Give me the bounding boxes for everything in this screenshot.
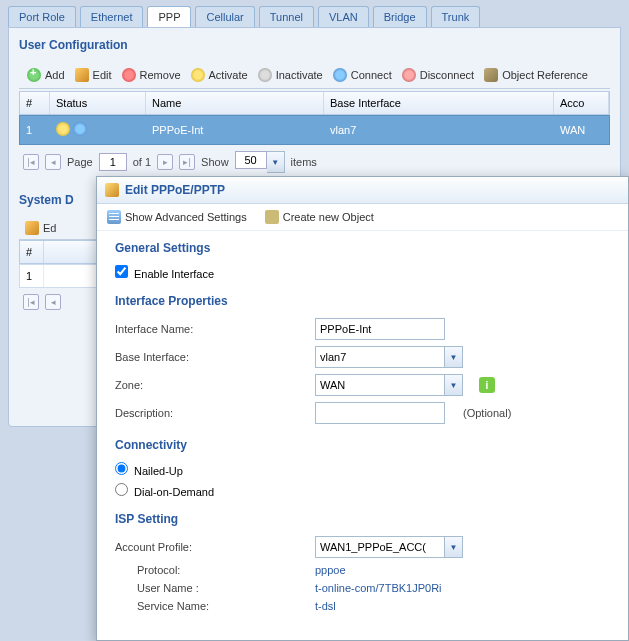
tab-trunk[interactable]: Trunk <box>431 6 481 27</box>
base-interface-select[interactable] <box>315 346 445 368</box>
service-name-label: Service Name: <box>115 600 305 612</box>
base-interface-label: Base Interface: <box>115 351 305 363</box>
edit-label: Edit <box>93 69 112 81</box>
tab-cellular[interactable]: Cellular <box>195 6 254 27</box>
zone-select[interactable] <box>315 374 445 396</box>
description-input[interactable] <box>315 402 445 424</box>
add-label: Add <box>45 69 65 81</box>
sysd-page-first[interactable]: |◂ <box>23 294 39 310</box>
general-settings-heading: General Settings <box>115 241 610 255</box>
adv-label: Show Advanced Settings <box>125 211 247 223</box>
disconnect-button[interactable]: Disconnect <box>402 68 474 82</box>
pencil-icon <box>105 183 119 197</box>
base-interface-dropdown-button[interactable]: ▼ <box>445 346 463 368</box>
user-config-title: User Configuration <box>19 38 610 52</box>
grid-icon <box>265 210 279 224</box>
modal-body: General Settings Enable Interface Interf… <box>97 231 628 636</box>
col-base[interactable]: Base Interface <box>324 92 554 114</box>
items-label: items <box>291 156 317 168</box>
sysd-cell-num: 1 <box>20 265 44 287</box>
col-name[interactable]: Name <box>146 92 324 114</box>
sysd-edit-button[interactable]: Ed <box>25 221 56 235</box>
cell-acct: WAN <box>554 118 609 142</box>
edit-icon <box>75 68 89 82</box>
toolbar: Add Edit Remove Activate Inactivate Conn… <box>19 62 610 89</box>
connectivity-heading: Connectivity <box>115 438 610 452</box>
tab-bridge[interactable]: Bridge <box>373 6 427 27</box>
general-settings-section: General Settings Enable Interface <box>115 241 610 280</box>
isp-setting-heading: ISP Setting <box>115 512 610 526</box>
show-dropdown-button[interactable]: ▼ <box>267 151 285 173</box>
table-row[interactable]: 1 PPPoE-Int vlan7 WAN <box>19 115 610 145</box>
enable-interface-row[interactable]: Enable Interface <box>115 265 214 280</box>
interface-name-label: Interface Name: <box>115 323 305 335</box>
page-first-button[interactable]: |◂ <box>23 154 39 170</box>
tab-tunnel[interactable]: Tunnel <box>259 6 314 27</box>
show-input[interactable] <box>235 151 267 169</box>
optional-label: (Optional) <box>463 407 511 419</box>
remove-button[interactable]: Remove <box>122 68 181 82</box>
page-prev-button[interactable]: ◂ <box>45 154 61 170</box>
inactivate-button[interactable]: Inactivate <box>258 68 323 82</box>
show-label: Show <box>201 156 229 168</box>
tab-vlan[interactable]: VLAN <box>318 6 369 27</box>
pager: |◂ ◂ Page of 1 ▸ ▸| Show ▼ items <box>19 145 610 179</box>
cell-status <box>50 116 146 144</box>
page-input[interactable] <box>99 153 127 171</box>
status-conn-icon <box>73 122 87 136</box>
zone-dropdown-button[interactable]: ▼ <box>445 374 463 396</box>
account-profile-dropdown-button[interactable]: ▼ <box>445 536 463 558</box>
disconnect-icon <box>402 68 416 82</box>
user-name-value: t-online-com/7TBK1JP0Ri <box>315 582 442 594</box>
info-icon[interactable]: i <box>479 377 495 393</box>
sysd-page-prev[interactable]: ◂ <box>45 294 61 310</box>
connect-button[interactable]: Connect <box>333 68 392 82</box>
show-advanced-button[interactable]: Show Advanced Settings <box>107 210 247 224</box>
table-header: # Status Name Base Interface Acco <box>19 91 610 115</box>
enable-interface-checkbox[interactable] <box>115 265 128 278</box>
interface-properties-section: Interface Properties Interface Name: Bas… <box>115 294 610 424</box>
activate-button[interactable]: Activate <box>191 68 248 82</box>
objref-label: Object Reference <box>502 69 588 81</box>
sysd-col-num[interactable]: # <box>20 241 44 263</box>
tab-bar: Port Role Ethernet PPP Cellular Tunnel V… <box>0 0 629 27</box>
remove-label: Remove <box>140 69 181 81</box>
account-profile-select[interactable] <box>315 536 445 558</box>
col-num[interactable]: # <box>20 92 50 114</box>
edit-modal: Edit PPPoE/PPTP Show Advanced Settings C… <box>96 176 629 641</box>
account-profile-label: Account Profile: <box>115 541 305 553</box>
tab-ppp[interactable]: PPP <box>147 6 191 27</box>
interface-name-input[interactable] <box>315 318 445 340</box>
col-status[interactable]: Status <box>50 92 146 114</box>
reference-icon <box>484 68 498 82</box>
modal-toolbar: Show Advanced Settings Create new Object <box>97 204 628 231</box>
enable-label: Enable Interface <box>134 268 214 280</box>
modal-title: Edit PPPoE/PPTP <box>125 183 225 197</box>
create-object-button[interactable]: Create new Object <box>265 210 374 224</box>
nailed-up-radio[interactable] <box>115 462 128 475</box>
tab-ethernet[interactable]: Ethernet <box>80 6 144 27</box>
page-next-button[interactable]: ▸ <box>157 154 173 170</box>
service-name-value: t-dsl <box>315 600 336 612</box>
tab-port-role[interactable]: Port Role <box>8 6 76 27</box>
status-bulb-icon <box>56 122 70 136</box>
page-last-button[interactable]: ▸| <box>179 154 195 170</box>
trash-icon <box>122 68 136 82</box>
edit-button[interactable]: Edit <box>75 68 112 82</box>
col-acct[interactable]: Acco <box>554 92 609 114</box>
isp-setting-section: ISP Setting Account Profile: ▼ Protocol:… <box>115 512 610 612</box>
dial-on-demand-radio[interactable] <box>115 483 128 496</box>
objref-button[interactable]: Object Reference <box>484 68 588 82</box>
add-button[interactable]: Add <box>27 68 65 82</box>
dial-on-demand-row[interactable]: Dial-on-Demand <box>115 483 214 498</box>
nailed-up-row[interactable]: Nailed-Up <box>115 462 183 477</box>
cell-base: vlan7 <box>324 118 554 142</box>
page-label: Page <box>67 156 93 168</box>
edit-icon <box>25 221 39 235</box>
zone-label: Zone: <box>115 379 305 391</box>
modal-header: Edit PPPoE/PPTP <box>97 177 628 204</box>
protocol-label: Protocol: <box>115 564 305 576</box>
connect-icon <box>333 68 347 82</box>
interface-properties-heading: Interface Properties <box>115 294 610 308</box>
bulb-on-icon <box>191 68 205 82</box>
